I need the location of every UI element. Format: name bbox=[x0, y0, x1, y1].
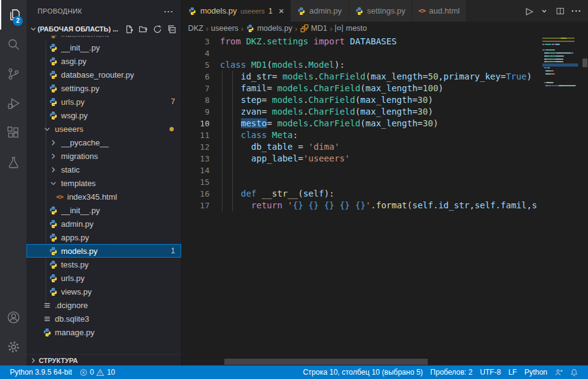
activity-bar-run-and-debug[interactable] bbox=[0, 89, 27, 118]
code-line-11[interactable]: 11 class Meta: bbox=[182, 129, 542, 141]
run-button[interactable]: ▷ bbox=[526, 6, 533, 17]
main-row: 2 ПРОВОДНИК ··· (РАБОЧАЯ ОБЛАСТЬ) ... in… bbox=[0, 0, 588, 365]
code-line-15[interactable]: 15 bbox=[182, 176, 542, 188]
tree-item-urls-py[interactable]: urls.py7 bbox=[27, 95, 181, 108]
activity-bar-search[interactable] bbox=[0, 30, 27, 59]
tree-item-apps-py[interactable]: apps.py bbox=[27, 230, 181, 244]
activity-bar-explorer[interactable]: 2 bbox=[0, 0, 27, 30]
new-folder-button[interactable] bbox=[139, 25, 148, 34]
tree-item-useeers[interactable]: useeers bbox=[27, 122, 181, 136]
status-problems[interactable]: 010 bbox=[76, 365, 119, 379]
code-text: class Meta: bbox=[220, 129, 298, 141]
workspace-section-header[interactable]: (РАБОЧАЯ ОБЛАСТЬ) ... bbox=[27, 22, 181, 36]
python-icon bbox=[297, 7, 306, 15]
tree-item-asgi-py[interactable]: asgi.py bbox=[27, 54, 181, 68]
code-line-9[interactable]: 9 zvan= models.CharField(max_length=30) bbox=[182, 106, 542, 118]
line-number: 10 bbox=[182, 118, 210, 129]
status-encoding[interactable]: UTF-8 bbox=[476, 365, 505, 379]
code-line-14[interactable]: 14 bbox=[182, 165, 542, 176]
run-dropdown-button[interactable] bbox=[539, 6, 549, 16]
tree-item-admin-py[interactable]: admin.py bbox=[27, 217, 181, 230]
html-icon: <> bbox=[419, 7, 425, 15]
breadcrumb-label: MD1 bbox=[311, 24, 327, 33]
tree-item-migrations[interactable]: migrations bbox=[27, 149, 181, 163]
code-line-16[interactable]: 16 def __str__(self): bbox=[182, 188, 542, 200]
tree-item-manage-py[interactable]: manage.py bbox=[27, 325, 181, 339]
code-line-7[interactable]: 7 famil= models.CharField(max_length=100… bbox=[182, 83, 542, 94]
tab-models-py[interactable]: models.pyuseeers1× bbox=[182, 0, 291, 22]
code-line-8[interactable]: 8 step= models.CharField(max_length=30) bbox=[182, 94, 542, 106]
code-line-4[interactable]: 4 bbox=[182, 47, 542, 59]
explorer-badge: 2 bbox=[13, 16, 23, 26]
status-indentation[interactable]: Пробелов: 2 bbox=[427, 365, 476, 379]
tab-close-button[interactable]: × bbox=[279, 6, 284, 15]
tree-item-wsgi-py[interactable]: wsgi.py bbox=[27, 108, 181, 122]
tree-item-db-sqlite3[interactable]: db.sqlite3 bbox=[27, 312, 181, 325]
code-line-5[interactable]: 5class MD1(models.Model): bbox=[182, 59, 542, 71]
tree-item-pycache[interactable]: __pycache__ bbox=[27, 136, 181, 149]
chevron-down-icon bbox=[48, 179, 59, 188]
breadcrumb-mesto[interactable]: mesto bbox=[335, 24, 367, 33]
tree-item-models-py[interactable]: models.py1 bbox=[27, 244, 181, 258]
code-area[interactable]: 3from DKZ.settings import DATABASES45cla… bbox=[182, 36, 542, 357]
tree-item-label: migrations bbox=[61, 152, 181, 161]
breadcrumb-dkz[interactable]: DKZ bbox=[188, 24, 203, 33]
status-python-interpreter[interactable]: Python 3.9.5 64-bit bbox=[6, 365, 76, 379]
line-number: 7 bbox=[182, 83, 210, 94]
status-notifications[interactable] bbox=[566, 365, 582, 379]
sidebar-more-actions-button[interactable]: ··· bbox=[164, 7, 174, 16]
code-line-3[interactable]: 3from DKZ.settings import DATABASES bbox=[182, 36, 542, 47]
tab-aud-html[interactable]: <>aud.html bbox=[412, 0, 467, 22]
activity-bar-source-control[interactable] bbox=[0, 59, 27, 89]
file-tree: indexelement__init__.pyasgi.pydatabase_r… bbox=[27, 36, 181, 354]
code-line-12[interactable]: 12 db_table = 'dima' bbox=[182, 141, 542, 153]
sidebar-title: ПРОВОДНИК bbox=[38, 7, 164, 15]
activity-bar-extensions[interactable] bbox=[0, 118, 27, 148]
tree-item-tests-py[interactable]: tests.py bbox=[27, 258, 181, 271]
breadcrumb-useeers[interactable]: useeers bbox=[211, 24, 238, 33]
status-cursor-position[interactable]: Строка 10, столбец 10 (выбрано 5) bbox=[299, 365, 427, 379]
indent-guide bbox=[232, 71, 233, 83]
breadcrumb-models-py[interactable]: models.py bbox=[246, 24, 292, 33]
tree-item-database-roouter-py[interactable]: database_roouter.py bbox=[27, 68, 181, 81]
tab-settings-py[interactable]: settings.py bbox=[349, 0, 412, 22]
status-language-mode[interactable]: Python bbox=[521, 365, 551, 379]
tree-item-label: static bbox=[61, 165, 181, 174]
tree-item-static[interactable]: static bbox=[27, 163, 181, 176]
split-editor-button[interactable] bbox=[555, 6, 565, 16]
code-line-6[interactable]: 6 id_str= models.CharField(max_length=50… bbox=[182, 71, 542, 83]
tree-item-urls-py[interactable]: urls.py bbox=[27, 271, 181, 285]
new-file-button[interactable] bbox=[125, 25, 134, 34]
tree-item-indexelement[interactable]: indexelement bbox=[27, 36, 181, 41]
python-icon bbox=[48, 219, 59, 229]
outline-section-header[interactable]: СТРУКТУРА bbox=[27, 354, 181, 365]
status-feedback[interactable] bbox=[551, 365, 566, 379]
more-actions-button[interactable]: ··· bbox=[571, 6, 582, 16]
code-line-10[interactable]: 10 mesto= models.CharField(max_length=30… bbox=[182, 118, 542, 129]
tree-item-label: __pycache__ bbox=[61, 138, 181, 147]
tree-item-init-py[interactable]: __init__.py bbox=[27, 41, 181, 54]
activity-bar-accounts[interactable] bbox=[0, 303, 27, 332]
code-line-13[interactable]: 13 app_label='useeers' bbox=[182, 153, 542, 165]
refresh-button[interactable] bbox=[153, 25, 162, 34]
tree-item-templates[interactable]: templates bbox=[27, 176, 181, 190]
overview-ruler[interactable] bbox=[581, 35, 588, 365]
status-eol-sequence[interactable]: LF bbox=[505, 365, 521, 379]
tree-item-settings-py[interactable]: settings.py bbox=[27, 81, 181, 95]
indent-guide bbox=[222, 200, 223, 211]
tab-admin-py[interactable]: admin.py bbox=[291, 0, 349, 22]
code-line-17[interactable]: 17 return '{} {} {} {} {}'.format(self.i… bbox=[182, 200, 542, 211]
indent-guide bbox=[222, 165, 223, 176]
horizontal-scrollbar-thumb[interactable] bbox=[224, 359, 428, 365]
tree-item-index345-html[interactable]: <>index345.html bbox=[27, 190, 181, 203]
editor-group: models.pyuseeers1×admin.pysettings.py<>a… bbox=[182, 0, 588, 365]
tree-item-views-py[interactable]: views.py bbox=[27, 285, 181, 298]
activity-bar-testing[interactable] bbox=[0, 148, 27, 177]
activity-bar-manage-settings[interactable] bbox=[0, 332, 27, 362]
tree-item-init-py[interactable]: __init__.py bbox=[27, 203, 181, 217]
tree-item-dcignore[interactable]: .dcignore bbox=[27, 298, 181, 312]
breadcrumb-md1[interactable]: MD1 bbox=[300, 24, 327, 33]
collapse-all-button[interactable] bbox=[167, 25, 176, 34]
minimap[interactable] bbox=[542, 35, 581, 365]
code-text: famil= models.CharField(max_length=100) bbox=[220, 83, 444, 94]
